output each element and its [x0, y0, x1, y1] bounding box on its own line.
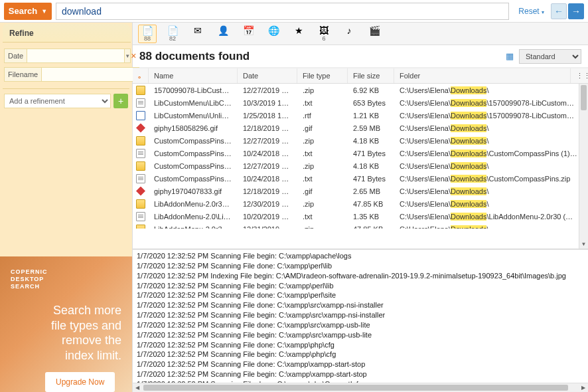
cell-name: LibCustomMenu\Unlicense.rtf	[149, 112, 238, 120]
cell-filesize: 2.65 MB	[348, 187, 394, 195]
cell-filetype: .rtf	[297, 112, 348, 120]
log-panel: 1/7/2020 12:32:52 PM Scanning File begin…	[133, 250, 588, 383]
scrollbar-thumb[interactable]	[143, 385, 568, 391]
cell-folder: C:\Users\Elena\Downloads\	[394, 162, 588, 170]
search-button[interactable]: Search ▼	[4, 3, 52, 20]
category-mail[interactable]: ✉	[188, 25, 207, 43]
category-image[interactable]: 🖼6	[315, 25, 333, 43]
scroll-down-icon[interactable]: ▼	[579, 239, 588, 248]
category-count	[273, 35, 275, 42]
column-filetype[interactable]: File type	[297, 68, 348, 83]
filter-date-dropdown[interactable]: ▼	[125, 49, 131, 63]
cell-name: giphy158058296.gif	[149, 124, 238, 132]
plus-icon: +	[118, 96, 123, 106]
table-row[interactable]: CustomCompassPins\Custo…10/24/2018 1:11:…	[133, 147, 588, 159]
log-line: 1/7/2020 12:32:52 PM Scanning File begin…	[137, 281, 584, 291]
cell-date: 12/27/2019 7:30:11…	[238, 137, 297, 145]
category-count	[248, 35, 250, 42]
file-zip-icon	[136, 161, 145, 171]
table-row[interactable]: giphy1970407833.gif12/18/2019 10:11:2….g…	[133, 185, 588, 197]
cell-filetype: .txt	[297, 213, 348, 221]
view-mode-select[interactable]: Standard	[519, 49, 581, 64]
table-header: ₒ Name Date File type File size Folder ⋮…	[133, 68, 588, 84]
cell-name: CustomCompassPins\Custo…	[149, 149, 238, 157]
column-folder[interactable]: Folder	[394, 68, 571, 83]
cell-filesize: 4.18 KB	[348, 162, 394, 170]
promo-panel: COPERNIC DESKTOP SEARCH Search more file…	[0, 256, 132, 392]
column-filesize[interactable]: File size	[348, 68, 394, 83]
category-video[interactable]: 🎬	[365, 25, 384, 43]
cell-name: 1570099078-LibCustomMen…	[149, 86, 238, 94]
column-name[interactable]: Name	[149, 68, 238, 83]
category-bar: 📄88📄82✉ 👤 📅 🌐 ★ 🖼6♪ 🎬	[133, 23, 588, 45]
table-row[interactable]: giphy158058296.gif12/18/2019 10:10:5….gi…	[133, 122, 588, 134]
column-date[interactable]: Date	[238, 68, 297, 83]
file-zip-icon	[136, 225, 145, 229]
scrollbar-thumb[interactable]	[581, 85, 587, 110]
log-line: 1/7/2020 12:32:52 PM Scanning File done:…	[137, 359, 584, 369]
scroll-right-icon[interactable]: ▶	[579, 385, 588, 391]
vertical-scrollbar[interactable]: ▲ ▼	[579, 84, 588, 248]
category-docs[interactable]: 📄82	[163, 25, 182, 43]
refine-tab: Refine	[3, 24, 131, 43]
cell-name: LibAddonMenu-2.0r30 (3).zip	[149, 200, 238, 208]
category-favorite[interactable]: ★	[289, 25, 308, 43]
filter-date: Date ▼ ×	[0, 47, 132, 65]
table-row[interactable]: 1570099078-LibCustomMen…12/27/2019 7:28:…	[133, 84, 588, 96]
log-line: 1/7/2020 12:32:52 PM Scanning File begin…	[137, 349, 584, 359]
cell-filetype: .zip	[297, 86, 348, 94]
view-grid-icon[interactable]: ▦	[504, 51, 515, 61]
filter-date-remove[interactable]: ×	[131, 50, 136, 61]
table-row[interactable]: LibCustomMenu\Unlicense.rtf1/25/2018 12:…	[133, 109, 588, 122]
promo-text: Search more file types and remove the in…	[36, 303, 121, 363]
nav-back-button[interactable]: ←	[551, 3, 567, 19]
arrow-left-icon: ←	[554, 6, 563, 17]
contacts-icon: 👤	[218, 26, 229, 35]
table-row[interactable]: LibCustomMenu\LibCustom…10/3/2019 12:11:…	[133, 96, 588, 109]
category-audio[interactable]: ♪	[340, 25, 358, 43]
nav-forward-button[interactable]: →	[568, 3, 584, 19]
category-count	[374, 35, 376, 42]
chevron-down-icon: ▼	[41, 8, 47, 15]
horizontal-scrollbar[interactable]: ◀ ▶	[133, 383, 588, 392]
column-hot[interactable]: ₒ	[133, 68, 149, 83]
upgrade-button[interactable]: Upgrade Now	[45, 372, 115, 392]
cell-folder: C:\Users\Elena\Downloads\	[394, 86, 588, 94]
category-calendar[interactable]: 📅	[239, 25, 257, 43]
search-input[interactable]	[56, 3, 509, 20]
filter-date-input[interactable]	[27, 49, 125, 63]
file-gif-icon	[136, 187, 145, 196]
cell-filetype: .gif	[297, 187, 348, 195]
category-all[interactable]: 📄88	[138, 25, 157, 43]
cell-folder: C:\Users\Elena\Downloads\	[394, 225, 588, 229]
cell-folder: C:\Users\Elena\Downloads\1570099078-LibC…	[394, 99, 588, 107]
table-row[interactable]: CustomCompassPins (1).zip12/27/2019 7:30…	[133, 134, 588, 147]
cell-filesize: 471 Bytes	[348, 149, 394, 157]
category-count	[348, 35, 350, 42]
cell-folder: C:\Users\Elena\Downloads\CustomCompassPi…	[394, 175, 588, 183]
cell-filesize: 1.35 KB	[348, 213, 394, 221]
cell-name: CustomCompassPins.zip	[149, 162, 238, 170]
cell-folder: C:\Users\Elena\Downloads\	[394, 187, 588, 195]
reset-link[interactable]: Reset ▾	[518, 7, 544, 16]
table-row[interactable]: CustomCompassPins\Custo…10/24/2018 1:11:…	[133, 172, 588, 185]
add-refinement-select[interactable]: Add a refinement	[4, 94, 111, 108]
table-row[interactable]: LibAddonMenu-2.0r30 (4).zip12/31/2019 12…	[133, 223, 588, 229]
category-web[interactable]: 🌐	[264, 25, 283, 43]
cell-filesize: 471 Bytes	[348, 175, 394, 183]
cell-folder: C:\Users\Elena\Downloads\1570099078-LibC…	[394, 112, 588, 120]
favorite-icon: ★	[295, 26, 303, 35]
log-line: 1/7/2020 12:32:52 PM Scanning File done:…	[137, 320, 584, 330]
column-config-icon[interactable]: ⋮⋮	[571, 68, 588, 83]
category-count	[298, 35, 300, 42]
scroll-left-icon[interactable]: ◀	[133, 385, 142, 391]
cell-filetype: .txt	[297, 99, 348, 107]
table-row[interactable]: LibAddonMenu-2.0r30 (3).zip12/30/2019 11…	[133, 197, 588, 210]
cell-filetype: .zip	[297, 162, 348, 170]
table-row[interactable]: LibAddonMenu-2.0\LibAddo…10/20/2019 7:44…	[133, 210, 588, 223]
add-refinement-button[interactable]: +	[113, 94, 128, 108]
cell-folder: C:\Users\Elena\Downloads\	[394, 137, 588, 145]
category-contacts[interactable]: 👤	[214, 25, 232, 43]
table-row[interactable]: CustomCompassPins.zip12/27/2019 7:29:32……	[133, 159, 588, 172]
filter-filename-input[interactable]	[41, 67, 139, 82]
